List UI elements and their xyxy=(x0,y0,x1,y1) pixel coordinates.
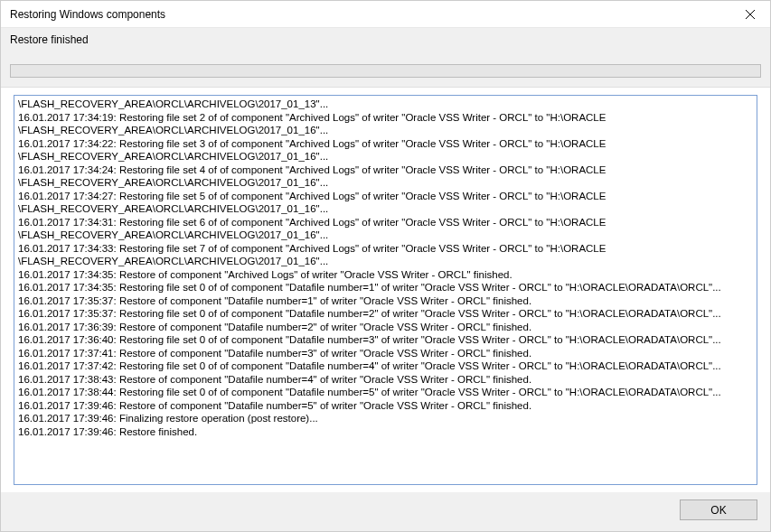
log-line: 16.01.2017 17:38:43: Restore of componen… xyxy=(18,373,753,387)
log-line: \FLASH_RECOVERY_AREA\ORCL\ARCHIVELOG\201… xyxy=(18,229,753,242)
log-line: 16.01.2017 17:34:27: Restoring file set … xyxy=(18,190,753,203)
log-output: \FLASH_RECOVERY_AREA\ORCL\ARCHIVELOG\201… xyxy=(14,95,757,485)
log-line: 16.01.2017 17:39:46: Restore finished. xyxy=(18,425,753,439)
progress-bar xyxy=(10,64,761,78)
log-line: 16.01.2017 17:36:39: Restore of componen… xyxy=(18,321,753,334)
log-line: \FLASH_RECOVERY_AREA\ORCL\ARCHIVELOG\201… xyxy=(18,150,753,163)
log-line: 16.01.2017 17:34:22: Restoring file set … xyxy=(18,137,753,151)
log-line: 16.01.2017 17:34:24: Restoring file set … xyxy=(18,163,753,177)
log-line: 16.01.2017 17:39:46: Finalizing restore … xyxy=(18,412,753,425)
close-button[interactable] xyxy=(729,1,770,28)
log-line: \FLASH_RECOVERY_AREA\ORCL\ARCHIVELOG\201… xyxy=(18,255,753,268)
log-line: 16.01.2017 17:37:41: Restore of componen… xyxy=(18,347,753,360)
status-area: Restore finished xyxy=(1,28,770,88)
titlebar: Restoring Windows components xyxy=(1,1,770,28)
log-line: \FLASH_RECOVERY_AREA\ORCL\ARCHIVELOG\201… xyxy=(18,124,753,137)
log-line: \FLASH_RECOVERY_AREA\ORCL\ARCHIVELOG\201… xyxy=(18,176,753,190)
button-area: OK xyxy=(1,492,770,531)
log-line: 16.01.2017 17:37:42: Restoring file set … xyxy=(18,359,753,373)
log-line: 16.01.2017 17:34:35: Restore of componen… xyxy=(18,268,753,282)
log-line: 16.01.2017 17:34:19: Restoring file set … xyxy=(18,111,753,125)
window-title: Restoring Windows components xyxy=(10,8,165,21)
log-line: 16.01.2017 17:35:37: Restoring file set … xyxy=(18,307,753,321)
log-line: 16.01.2017 17:34:35: Restoring file set … xyxy=(18,281,753,294)
ok-button[interactable]: OK xyxy=(680,499,757,520)
restore-dialog-window: Restoring Windows components Restore fin… xyxy=(0,0,771,532)
log-line: 16.01.2017 17:38:44: Restoring file set … xyxy=(18,386,753,399)
log-line: 16.01.2017 17:36:40: Restoring file set … xyxy=(18,333,753,347)
log-line: 16.01.2017 17:34:31: Restoring file set … xyxy=(18,216,753,229)
close-icon xyxy=(746,10,755,19)
log-line: \FLASH_RECOVERY_AREA\ORCL\ARCHIVELOG\201… xyxy=(18,98,753,111)
log-line: 16.01.2017 17:35:37: Restore of componen… xyxy=(18,294,753,308)
log-line: 16.01.2017 17:34:33: Restoring file set … xyxy=(18,242,753,256)
status-text: Restore finished xyxy=(10,33,761,46)
log-scroll-area[interactable]: \FLASH_RECOVERY_AREA\ORCL\ARCHIVELOG\201… xyxy=(14,96,757,484)
log-line: 16.01.2017 17:39:46: Restore of componen… xyxy=(18,399,753,413)
log-line: \FLASH_RECOVERY_AREA\ORCL\ARCHIVELOG\201… xyxy=(18,202,753,216)
